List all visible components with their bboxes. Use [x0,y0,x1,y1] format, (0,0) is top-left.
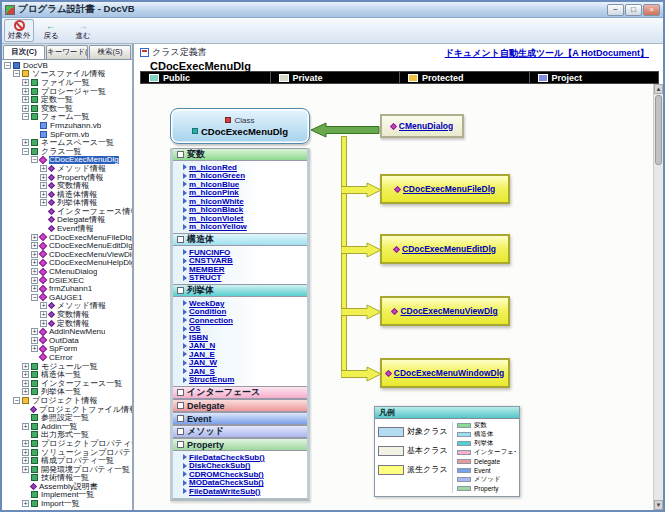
tree-item[interactable]: 技術情報一覧 [2,474,132,483]
tree-expander-icon[interactable] [22,139,29,146]
tree-item[interactable]: CError [2,353,132,362]
tree-item[interactable]: モジュール一覧 [2,362,132,371]
tree-item[interactable]: プロジェクトプロパティ一覧 [2,439,132,448]
maximize-button[interactable]: □ [625,4,642,16]
member-link[interactable]: m_hIconViolet [189,214,244,223]
tree-expander-icon[interactable] [40,208,47,215]
member-link[interactable]: DiskCheckSub() [189,462,250,471]
access-header-cell[interactable]: Protected [400,72,530,83]
tree-item[interactable]: プロシージャ一覧 [2,87,132,96]
tree-expander-icon[interactable] [22,96,29,103]
minimize-button[interactable]: − [607,4,624,16]
tree-item[interactable]: 構造体情報 [2,190,132,199]
tree-item[interactable]: CDocExecMenuDlg [2,156,132,165]
member-link[interactable]: Connection [189,316,233,325]
tree-item[interactable]: ソースファイル情報 [2,70,132,79]
tree-expander-icon[interactable] [22,406,29,413]
tree-expander-icon[interactable] [40,199,47,206]
member-link[interactable]: CNSTVARB [189,257,233,266]
tree-item[interactable]: Import一覧 [2,499,132,508]
derived-class-link[interactable]: CDocExecMenuEditDlg [402,244,496,254]
tree-item[interactable]: 構成プロパティ一覧 [2,456,132,465]
vertical-scrollbar[interactable]: ▲ ▼ [653,84,663,510]
member-link[interactable]: m_hIconBlack [189,206,243,215]
tree-item[interactable]: CDocExecMenuEditDlg [2,241,132,250]
tree-item[interactable]: インターフェース一覧 [2,379,132,388]
tree-expander-icon[interactable] [22,431,29,438]
tree-expander-icon[interactable] [40,320,47,327]
member-link[interactable]: OS [189,325,201,334]
member-link[interactable]: m_hIconBlue [189,180,239,189]
tree-item[interactable]: ファイル一覧 [2,78,132,87]
tree-item[interactable]: クラス一覧 [2,147,132,156]
tree-expander-icon[interactable] [31,156,38,163]
tree-item[interactable]: CDocExecMenuHelpDlg [2,259,132,268]
tree-item[interactable]: 列挙体情報 [2,199,132,208]
sidebar-tab[interactable]: 検索(S) [89,45,131,59]
tree-expander-icon[interactable] [22,440,29,447]
member-link[interactable]: FUNCINFO [189,248,230,257]
scroll-up-icon[interactable]: ▲ [654,84,663,94]
tree-item[interactable]: 列挙体一覧 [2,388,132,397]
tree-expander-icon[interactable] [22,113,29,120]
tree-item[interactable]: Implement一覧 [2,491,132,500]
scrollbar-track[interactable] [654,166,663,500]
tree-expander-icon[interactable] [31,122,38,129]
tree-expander-icon[interactable] [4,62,11,69]
tree-expander-icon[interactable] [40,302,47,309]
tree-expander-icon[interactable] [40,216,47,223]
tree-item[interactable]: 開発環境プロパティ一覧 [2,465,132,474]
tree-expander-icon[interactable] [22,388,29,395]
tree-item[interactable]: インターフェース情報 [2,207,132,216]
toolbar-button[interactable]: 進む [68,19,98,42]
tree-expander-icon[interactable] [31,345,38,352]
member-link[interactable]: STRUCT [189,274,221,283]
derived-class-link[interactable]: CDocExecMenuWindowDlg [394,368,504,378]
tree-expander-icon[interactable] [31,277,38,284]
member-link[interactable]: JAN_S [189,367,215,376]
tree-expander-icon[interactable] [22,363,29,370]
access-header-cell[interactable]: Private [271,72,401,83]
tree-expander-icon[interactable] [22,500,29,507]
tree-item[interactable]: プロジェクト情報 [2,396,132,405]
tree-item[interactable]: ソリューションプロパティ一覧 [2,448,132,457]
tree-expander-icon[interactable] [22,148,29,155]
member-link[interactable]: m_hIconGreen [189,172,245,181]
tree-item[interactable]: DocVB [2,61,132,70]
tree-item[interactable]: Frmzuhann.vb [2,121,132,130]
access-header-cell[interactable]: Public [141,72,271,83]
tree-expander-icon[interactable] [31,259,38,266]
member-link[interactable]: m_hIconRed [189,163,237,172]
tree-item[interactable]: ネームスペース一覧 [2,138,132,147]
tree-expander-icon[interactable] [31,242,38,249]
tree-item[interactable]: 変数情報 [2,310,132,319]
tree-item[interactable]: 出力形式一覧 [2,431,132,440]
hotdocument-link[interactable]: ドキュメント自動生成ツール【A HotDocument】 [445,47,649,60]
tree-expander-icon[interactable] [40,191,47,198]
tree-expander-icon[interactable] [22,105,29,112]
tree-item[interactable]: CMenuDialog [2,267,132,276]
tree-expander-icon[interactable] [40,182,47,189]
tree-expander-icon[interactable] [31,268,38,275]
tree-item[interactable]: 変数一覧 [2,104,132,113]
tree-item[interactable]: Assembly説明書 [2,482,132,491]
member-link[interactable]: Condition [189,308,226,317]
tree-item[interactable]: SpForm.vb [2,130,132,139]
member-link[interactable]: WeekDay [189,299,224,308]
member-link[interactable]: StructEnum [189,376,234,385]
member-link[interactable]: JAN_W [189,359,217,368]
tree-expander-icon[interactable] [22,483,29,490]
tree-expander-icon[interactable] [22,423,29,430]
member-link[interactable]: m_hIconYellow [189,223,247,232]
member-link[interactable]: MEMBER [189,265,225,274]
tree-expander-icon[interactable] [31,294,38,301]
tree-expander-icon[interactable] [31,234,38,241]
tree-item[interactable]: Property情報 [2,173,132,182]
scroll-down-icon[interactable]: ▼ [654,500,663,510]
tree-item[interactable]: 構造体一覧 [2,370,132,379]
tree-item[interactable]: 参照設定一覧 [2,413,132,422]
base-class-link[interactable]: CMenuDialog [399,121,453,131]
member-link[interactable]: ISBN [189,333,208,342]
tree-expander-icon[interactable] [22,449,29,456]
tree-item[interactable]: Addin一覧 [2,422,132,431]
